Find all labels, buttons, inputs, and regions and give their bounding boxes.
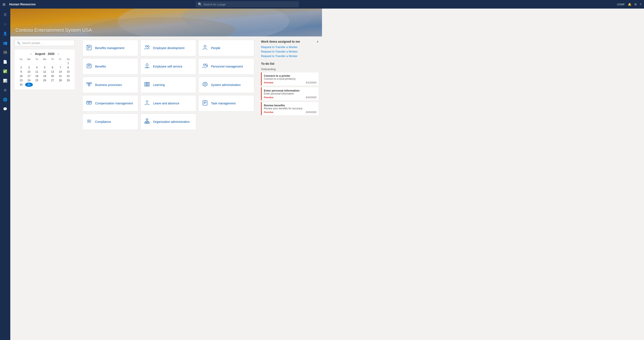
calendar-day[interactable]: 28 xyxy=(56,78,64,83)
organization-administration-label: Organization administration xyxy=(153,120,190,124)
compliance-icon xyxy=(86,118,92,125)
sidebar-menu-toggle[interactable]: ☰ xyxy=(1,10,10,19)
people-search-bar[interactable]: 🔍 xyxy=(14,40,75,46)
sidebar-org[interactable]: 🌐 xyxy=(1,95,10,104)
calendar-day[interactable]: 19 xyxy=(41,74,49,78)
personnel-management-label: Personnel management xyxy=(211,65,243,68)
calendar-day[interactable]: 16 xyxy=(17,74,25,78)
work-items-collapse-icon[interactable]: ∧ xyxy=(317,40,318,43)
svg-rect-43 xyxy=(148,122,150,124)
calendar-day[interactable]: 2 xyxy=(17,65,25,70)
calendar-next-button[interactable]: › xyxy=(58,52,59,55)
search-icon: 🔍 xyxy=(198,2,202,6)
calendar-day-header: Mo xyxy=(25,57,33,61)
search-input[interactable] xyxy=(204,3,297,6)
todo-item[interactable]: Enter personal information Enter persona… xyxy=(261,87,318,100)
work-item-link[interactable]: Request to Transfer a Worker xyxy=(261,45,318,49)
calendar-prev-button[interactable]: ‹ xyxy=(30,52,32,55)
people-search-icon: 🔍 xyxy=(17,41,20,45)
calendar-day[interactable]: 18 xyxy=(33,74,41,78)
calendar-day xyxy=(33,83,41,87)
sidebar-group[interactable]: 👫 xyxy=(1,48,10,57)
tile-leave-and-absence[interactable]: Leave and absence xyxy=(140,95,196,112)
calendar-day[interactable]: 22 xyxy=(64,74,72,78)
svg-rect-33 xyxy=(203,101,207,105)
calendar-day[interactable]: 25 xyxy=(33,78,41,83)
calendar-day[interactable]: 4 xyxy=(33,65,41,70)
calendar-day[interactable]: 12 xyxy=(41,70,49,74)
leave-and-absence-label: Leave and absence xyxy=(153,102,179,105)
tile-organization-administration[interactable]: Organization administration xyxy=(140,114,196,130)
svg-point-31 xyxy=(146,101,148,102)
app-grid-icon[interactable]: ⊞ xyxy=(2,2,5,6)
calendar-day[interactable]: 24 xyxy=(25,78,33,83)
calendar-day-header: Fr xyxy=(56,57,64,61)
svg-rect-26 xyxy=(148,82,150,86)
benefits-label: Benefits xyxy=(95,65,106,68)
svg-point-15 xyxy=(203,64,205,66)
sidebar-reports[interactable]: 📊 xyxy=(1,76,10,85)
calendar-day[interactable]: 13 xyxy=(48,70,56,74)
hero-banner: Contoso Entertainment System USA xyxy=(10,8,322,36)
calendar-day[interactable]: 15 xyxy=(64,70,72,74)
todo-item-date: 8/24/2020 xyxy=(306,96,316,99)
right-panel: Work items assigned to me ∧ Request to T… xyxy=(258,36,322,170)
calendar-day[interactable]: 7 xyxy=(56,65,64,70)
work-item-link[interactable]: Request to Transfer a Worker xyxy=(261,54,318,58)
calendar-day[interactable]: 26 xyxy=(41,78,49,83)
sidebar-settings2[interactable]: ⚙ xyxy=(1,86,10,94)
company-name: Contoso Entertainment System USA xyxy=(16,27,92,33)
tile-business-processes[interactable]: Business processes xyxy=(82,77,138,93)
todo-items-list: Connect to a printer Connect to a local … xyxy=(261,72,318,115)
work-item-link[interactable]: Request to Transfer a Worker xyxy=(261,50,318,53)
tile-task-management[interactable]: Task management xyxy=(198,95,254,112)
tile-benefits-management[interactable]: Benefits management xyxy=(82,40,138,56)
tile-learning[interactable]: Learning xyxy=(140,77,196,93)
calendar-day[interactable]: 6 xyxy=(48,65,56,70)
calendar-day[interactable]: 3 xyxy=(25,65,33,70)
calendar-day[interactable]: 8 xyxy=(64,65,72,70)
calendar-day[interactable]: 9 xyxy=(17,70,25,74)
search-bar[interactable]: 🔍 xyxy=(196,1,299,7)
tile-employee-development[interactable]: Employee development xyxy=(140,40,196,56)
calendar-day[interactable]: 20 xyxy=(48,74,56,78)
calendar-day[interactable]: 17 xyxy=(25,74,33,78)
sidebar-support[interactable]: 💬 xyxy=(1,105,10,113)
sidebar-person[interactable]: 👤 xyxy=(1,29,10,38)
tile-people[interactable]: People xyxy=(198,40,254,56)
employee-self-service-label: Employee self service xyxy=(153,65,182,68)
todo-item-title: Review benefits xyxy=(264,104,316,107)
calendar-day[interactable]: 1 xyxy=(64,61,72,65)
calendar-day[interactable]: 5 xyxy=(41,65,49,70)
calendar-day[interactable]: 14 xyxy=(56,70,64,74)
calendar-day[interactable]: 11 xyxy=(33,70,41,74)
svg-rect-21 xyxy=(88,85,90,86)
tile-benefits[interactable]: Benefits xyxy=(82,58,138,75)
tile-compliance[interactable]: Compliance xyxy=(82,114,138,130)
tile-system-administration[interactable]: System administration xyxy=(198,77,254,93)
svg-point-8 xyxy=(145,45,147,47)
svg-rect-40 xyxy=(146,119,148,120)
calendar-day[interactable]: 10 xyxy=(25,70,33,74)
tile-employee-self-service[interactable]: Employee self service xyxy=(140,58,196,75)
tile-compensation-management[interactable]: Compensation management xyxy=(82,95,138,112)
compliance-label: Compliance xyxy=(95,120,111,124)
calendar-day[interactable]: 31 xyxy=(25,83,33,87)
calendar-day[interactable]: 21 xyxy=(56,74,64,78)
sidebar-tasks[interactable]: ✅ xyxy=(1,67,10,75)
compensation-management-label: Compensation management xyxy=(95,102,133,105)
sidebar-people[interactable]: 👥 xyxy=(1,39,10,47)
people-search-input[interactable] xyxy=(22,41,72,45)
calendar-day[interactable]: 23 xyxy=(17,78,25,83)
todo-item[interactable]: Connect to a printer Connect to a local … xyxy=(261,72,318,86)
business-processes-icon xyxy=(86,81,92,89)
tile-personnel-management[interactable]: Personnel management xyxy=(198,58,254,75)
sidebar-documents[interactable]: 📄 xyxy=(1,57,10,66)
svg-rect-25 xyxy=(146,82,148,86)
calendar-day[interactable]: 27 xyxy=(48,78,56,83)
calendar-day[interactable]: 29 xyxy=(64,78,72,83)
todo-item[interactable]: Review benefits Review your benefits for… xyxy=(261,102,318,115)
sidebar-home[interactable]: ⌂ xyxy=(1,20,10,28)
calendar-day[interactable]: 30 xyxy=(17,83,25,87)
benefits-management-icon xyxy=(86,44,92,52)
